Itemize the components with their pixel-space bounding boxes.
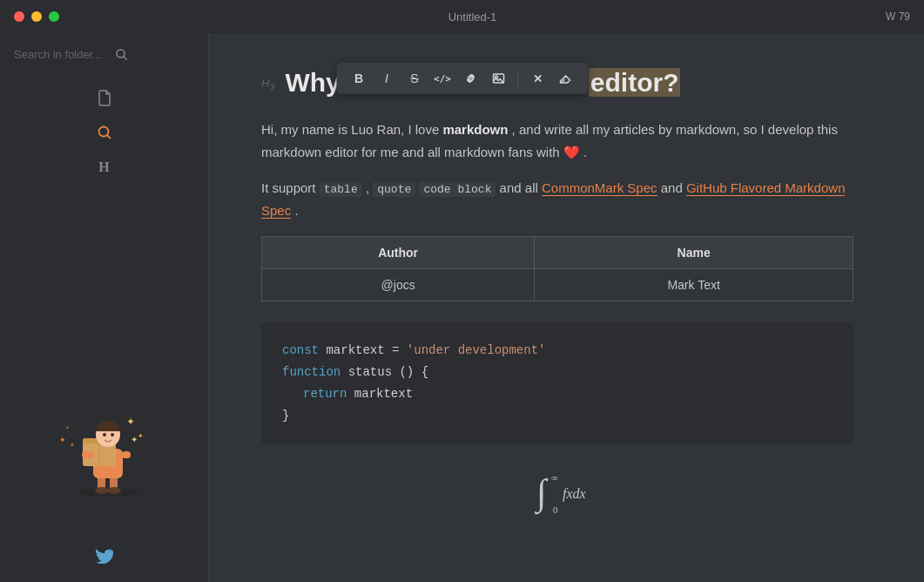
- search-placeholder: Search in folder...: [14, 48, 102, 61]
- image-button[interactable]: [486, 66, 510, 91]
- sidebar-illustration: ✦ ✦ ✦ ✦ ✦ ✦: [0, 190, 208, 534]
- close-button[interactable]: [14, 11, 24, 22]
- code-line-4: }: [282, 405, 833, 427]
- format-toolbar: B I S </> ✕: [336, 63, 588, 94]
- svg-text:✦: ✦: [138, 432, 144, 440]
- bold-button[interactable]: B: [347, 66, 371, 91]
- titlebar: Untitled-1 W 79: [0, 0, 924, 33]
- word-count: W 79: [886, 10, 910, 23]
- para2-mid: and all: [500, 180, 542, 195]
- code-return-val: marktext: [354, 387, 413, 401]
- content-area[interactable]: H3 Why another markdown editor? Hi, my n…: [209, 33, 924, 582]
- table-row: @jocs Mark Text: [262, 268, 853, 301]
- svg-text:✦: ✦: [70, 442, 75, 448]
- sidebar: Search in folder...: [0, 33, 209, 582]
- maximize-button[interactable]: [49, 11, 59, 22]
- svg-text:✦: ✦: [59, 436, 66, 444]
- code-return-kw: return: [303, 387, 347, 401]
- svg-point-4: [98, 127, 108, 137]
- svg-text:✦: ✦: [126, 416, 135, 428]
- svg-line-5: [107, 135, 111, 139]
- code-fn-name: status () {: [348, 365, 428, 379]
- document-title: Untitled-1: [449, 10, 497, 24]
- code-closing-brace: }: [282, 409, 289, 423]
- svg-text:0: 0: [553, 504, 558, 515]
- table-cell-author: @jocs: [262, 268, 535, 301]
- paragraph-1: Hi, my name is Luo Ran, I love markdown …: [261, 118, 872, 163]
- sidebar-nav: H: [0, 75, 208, 190]
- paragraph-2: It support table , quote code block and …: [261, 177, 872, 222]
- highlighted-word: editor?: [589, 68, 681, 97]
- link-button[interactable]: [458, 66, 482, 91]
- sidebar-bottom: [0, 534, 208, 582]
- svg-text:∞: ∞: [551, 472, 558, 483]
- svg-text:✦: ✦: [131, 435, 138, 444]
- toolbar-divider: [517, 70, 518, 87]
- code-table: table: [320, 182, 362, 197]
- code-const-kw: const: [282, 343, 319, 357]
- table-header-name: Name: [535, 236, 853, 268]
- math-block: ∫ ∞ 0 fxdx: [261, 465, 872, 518]
- sidebar-item-heading[interactable]: H: [89, 152, 120, 183]
- svg-point-2: [117, 50, 125, 58]
- svg-rect-16: [122, 451, 131, 458]
- svg-rect-15: [82, 451, 94, 458]
- sidebar-search-area[interactable]: Search in folder...: [0, 33, 208, 75]
- twitter-icon[interactable]: [96, 548, 113, 568]
- code-line-3: return marktext: [282, 383, 833, 405]
- sidebar-item-file[interactable]: [89, 82, 120, 113]
- clear-format-button[interactable]: ✕: [525, 66, 550, 91]
- svg-text:∫: ∫: [534, 472, 549, 515]
- svg-point-18: [103, 433, 106, 436]
- main-layout: Search in folder...: [0, 33, 924, 582]
- table-header-author: Author: [262, 236, 535, 268]
- heading-level-label: H3: [261, 68, 274, 92]
- commonmark-link[interactable]: CommonMark Spec: [542, 180, 658, 196]
- code-line-1: const marktext = 'under development': [282, 340, 833, 362]
- para2-and: and: [661, 180, 686, 195]
- para2-end: .: [294, 203, 298, 218]
- svg-text:fxdx: fxdx: [563, 486, 586, 502]
- heart-emoji: ❤️: [563, 145, 580, 159]
- para1-start: Hi, my name is Luo Ran, I love: [261, 122, 442, 137]
- code-button[interactable]: </>: [430, 66, 455, 91]
- para1-period: .: [583, 145, 587, 159]
- markdown-table: Author Name @jocs Mark Text: [261, 236, 853, 301]
- italic-button[interactable]: I: [374, 66, 399, 91]
- code-function-kw: function: [282, 365, 341, 379]
- svg-text:✦: ✦: [65, 425, 70, 430]
- search-icon[interactable]: [109, 42, 133, 66]
- code-block-container: const marktext = 'under development' fun…: [261, 322, 853, 445]
- svg-point-10: [107, 487, 121, 494]
- code-block: code block: [419, 182, 496, 197]
- code-string: 'under development': [407, 343, 546, 357]
- code-var: marktext =: [326, 343, 406, 357]
- svg-point-9: [95, 487, 109, 494]
- svg-point-19: [111, 433, 114, 436]
- code-line-2: function status () {: [282, 362, 833, 383]
- svg-line-3: [124, 57, 127, 60]
- minimize-button[interactable]: [31, 11, 42, 22]
- para1-bold: markdown: [442, 122, 508, 137]
- window-controls[interactable]: [14, 11, 59, 22]
- para2-comma1: ,: [366, 180, 373, 195]
- math-integral-svg: ∫ ∞ 0 fxdx: [532, 465, 602, 518]
- para2-start: It support: [261, 180, 320, 195]
- strikethrough-button[interactable]: S: [402, 66, 427, 91]
- table-cell-name: Mark Text: [535, 268, 853, 301]
- code-quote: quote: [373, 182, 415, 197]
- sidebar-item-search[interactable]: [89, 117, 120, 148]
- erase-button[interactable]: [553, 66, 577, 91]
